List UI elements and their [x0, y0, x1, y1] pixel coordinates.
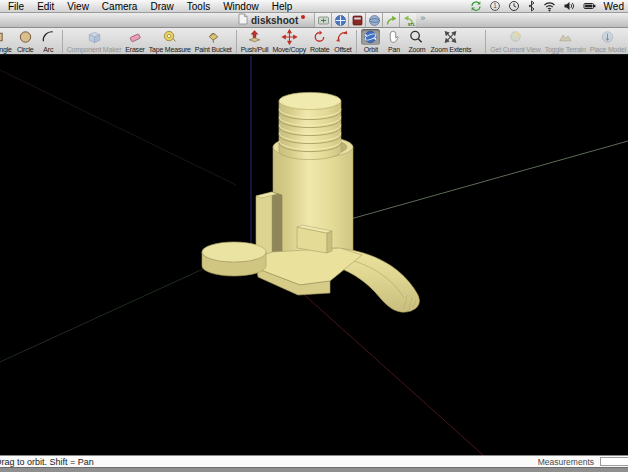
- tape-measure-icon: [160, 29, 179, 45]
- move-arrows-icon: [280, 29, 299, 45]
- menu-edit[interactable]: Edit: [37, 1, 54, 12]
- tool-label: Tape Measure: [149, 46, 191, 53]
- measurements-label: Measurements: [538, 457, 594, 467]
- orbit-globe-button[interactable]: [331, 13, 348, 27]
- model-disk-shooter: [202, 92, 419, 312]
- battery-icon[interactable]: [583, 0, 597, 12]
- tool-label: Place Model: [590, 46, 626, 53]
- main-toolbar: Rectangle Circle Arc Component Maker Era…: [0, 28, 628, 55]
- clock-icon[interactable]: [508, 0, 520, 12]
- offset-icon: [333, 29, 352, 45]
- status-bar: Drag to orbit. Shift = Pan Measurements: [0, 455, 628, 467]
- menu-draw[interactable]: Draw: [150, 1, 173, 12]
- menu-camera[interactable]: Camera: [102, 1, 138, 12]
- wifi-icon[interactable]: [543, 0, 556, 12]
- tool-paint-bucket[interactable]: Paint Bucket: [193, 29, 234, 53]
- tool-label: Get Current View: [490, 46, 540, 53]
- tool-label: Paint Bucket: [195, 46, 232, 53]
- tool-move-copy[interactable]: Move/Copy: [270, 29, 308, 53]
- menu-file[interactable]: File: [8, 1, 24, 12]
- component-box-icon: [85, 29, 104, 45]
- dialog-button[interactable]: [348, 13, 365, 27]
- tool-label: Rotate: [310, 46, 329, 53]
- paint-bucket-icon: [204, 29, 223, 45]
- menubar-clock[interactable]: Wed: [604, 1, 624, 12]
- tool-rotate[interactable]: Rotate: [308, 29, 331, 53]
- tool-label: Arc: [43, 46, 53, 53]
- document-proxy-icon[interactable]: [238, 13, 248, 27]
- menu-status-icons: 1 Wed: [470, 0, 624, 12]
- toolbar-separator: [62, 30, 63, 53]
- toolbar-overflow-chevron[interactable]: »: [420, 13, 425, 27]
- bluetooth-icon[interactable]: [527, 0, 536, 12]
- toolbar-separator: [236, 30, 237, 53]
- tool-orbit[interactable]: Orbit: [359, 29, 382, 53]
- menu-view[interactable]: View: [67, 1, 89, 12]
- document-title: diskshoot: [238, 13, 305, 27]
- stl-label: STL: [408, 22, 416, 27]
- tool-label: Eraser: [125, 46, 144, 53]
- push-pull-icon: [245, 29, 264, 45]
- sync-icon[interactable]: [470, 0, 482, 12]
- tool-rectangle[interactable]: Rectangle: [0, 29, 14, 53]
- status-hint-text: Drag to orbit. Shift = Pan: [0, 457, 94, 467]
- scene-canvas: [0, 55, 628, 455]
- notification-icon[interactable]: 1: [489, 0, 501, 12]
- rotate-icon: [310, 29, 329, 45]
- tool-offset[interactable]: Offset: [331, 29, 354, 53]
- tool-circle[interactable]: Circle: [14, 29, 37, 53]
- menu-tools[interactable]: Tools: [187, 1, 210, 12]
- terrain-icon: [556, 29, 575, 45]
- window-title-text: diskshoot: [251, 15, 298, 26]
- tool-arc[interactable]: Arc: [37, 29, 60, 53]
- tool-label: Move/Copy: [272, 46, 306, 53]
- google-tools-group: Get Current View Toggle Terrain Place Mo…: [483, 29, 628, 53]
- import-arrow-button[interactable]: [382, 13, 399, 27]
- tool-push-pull[interactable]: Push/Pull: [239, 29, 271, 53]
- circle-icon: [16, 29, 35, 45]
- volume-icon[interactable]: [563, 0, 576, 12]
- window-title-bar[interactable]: diskshoot STL »: [0, 13, 628, 28]
- tool-label: Component Maker: [67, 46, 122, 53]
- tool-label: Circle: [17, 46, 34, 53]
- modeling-viewport[interactable]: [0, 55, 628, 455]
- red-axis-negative: [0, 70, 236, 185]
- tool-eraser[interactable]: Eraser: [123, 29, 146, 53]
- export-scene-button[interactable]: [314, 13, 331, 27]
- tool-label: Pan: [388, 46, 400, 53]
- measurements-input[interactable]: [600, 457, 628, 466]
- tool-get-current-view[interactable]: Get Current View: [488, 29, 542, 53]
- tool-label: Push/Pull: [241, 46, 269, 53]
- screen-bottom-strip: [0, 467, 628, 472]
- titlebar-toolbar: STL »: [314, 13, 425, 27]
- magnifier-icon: [407, 29, 426, 45]
- model-slot-shadow: [272, 192, 282, 255]
- menu-bar: File Edit View Camera Draw Tools Window …: [0, 0, 628, 13]
- tool-label: Offset: [334, 46, 351, 53]
- rectangle-icon: [0, 29, 6, 45]
- arc-icon: [39, 29, 58, 45]
- tool-label: Zoom: [408, 46, 425, 53]
- zoom-extents-icon: [441, 29, 460, 45]
- tool-component-maker[interactable]: Component Maker: [65, 29, 124, 53]
- tool-zoom[interactable]: Zoom: [405, 29, 428, 53]
- orbit-icon: [361, 29, 380, 45]
- tool-pan[interactable]: Pan: [382, 29, 405, 53]
- stl-export-button[interactable]: STL: [399, 13, 416, 27]
- eraser-icon: [126, 29, 145, 45]
- get-current-view-icon: [506, 29, 525, 45]
- svg-text:1: 1: [493, 2, 497, 9]
- menu-help[interactable]: Help: [272, 1, 293, 12]
- model-disc-top: [202, 242, 266, 262]
- place-model-icon: [598, 29, 617, 45]
- tool-zoom-extents[interactable]: Zoom Extents: [428, 29, 473, 53]
- toolbar-separator: [485, 30, 486, 53]
- tool-label: Toggle Terrain: [545, 46, 586, 53]
- tool-toggle-terrain[interactable]: Toggle Terrain: [543, 29, 588, 53]
- menu-window[interactable]: Window: [223, 1, 259, 12]
- document-modified-dot: [301, 15, 305, 19]
- tool-tape-measure[interactable]: Tape Measure: [147, 29, 193, 53]
- pan-hand-icon: [384, 29, 403, 45]
- sphere-tool-button[interactable]: [365, 13, 382, 27]
- tool-place-model[interactable]: Place Model: [588, 29, 628, 53]
